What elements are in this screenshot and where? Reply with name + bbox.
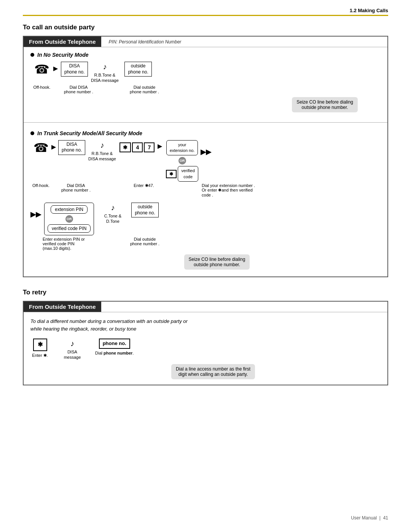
rbtone-label-1: R.B.Tone &DISA message [91,72,119,83]
key-4: 4 [132,142,143,152]
pin-entry-label: Enter extension PIN orverified code PIN(… [43,237,96,251]
no-sec-offhook-col: ☎ [30,62,53,78]
double-arrow-1: ▶▶ [201,140,211,156]
no-sec-outside-col: outside phone no. [124,62,151,77]
outside-box-2: outsidephone no. [131,203,158,217]
section2-inner: To dial a different number during a conv… [24,312,387,385]
rbtone-label-2: R.B.Tone &DISA message [88,151,116,162]
retry-star-col: ✱ Enter ✱. [30,339,49,358]
trunk-tone-col: ♪ R.B.Tone &DISA message [87,140,117,162]
retry-disa-col: ♪ DISAmessage [61,339,84,360]
bullet-dot-2 [30,131,34,135]
footer-text: User Manual [351,515,377,521]
ext-or-verified-group: yourextension no. OR ✱ verifiedcode [166,140,198,182]
footer-page: 41 [383,515,388,521]
section1: To call an outside party From Outside Te… [23,24,388,277]
section1-box: From Outside Telephone PIN: Personal Ide… [23,36,388,277]
offhook-label-1: Off-hook. [30,85,53,89]
phone-icon-2: ☎ [33,140,49,156]
trunk-outside-col: outsidephone no. [131,203,158,217]
no-sec-tone-col: ♪ R.B.Tone &DISA message [89,62,120,83]
trunk-disa-col: DISAphone no. [58,140,85,155]
ext-dial-label: Dial your extension number .Or enter ✱an… [202,183,255,197]
trunk-security-section: In Trunk Security Mode/All Security Mode… [24,126,387,277]
no-security-section: In No Security Mode ☎ ▶ DISA [24,47,387,119]
no-sec-disa-col: DISA phone no. [61,62,88,77]
retry-dial-label: Dial phone number. [95,350,134,356]
page-footer: User Manual | 41 [351,515,388,521]
header-title: 1.2 Making Calls [350,8,388,13]
section1-box-header: From Outside Telephone [24,37,101,47]
section2-box: From Outside Telephone To dial a differe… [23,301,388,385]
section1-heading: To call an outside party [23,24,388,31]
divider-1 [24,122,387,123]
key-7: 7 [144,142,155,152]
arrow3: ▶ [158,140,162,150]
trunk-security-label: In Trunk Security Mode/All Security Mode [30,130,381,136]
retry-star-key: ✱ [33,339,47,351]
key-star-2: ✱ [166,170,177,178]
extension-pin-box: extension PIN [51,205,88,214]
double-arrow-2: ▶▶ [30,203,41,219]
outside-label-1: Dial outsidephone number . [130,85,159,94]
trunk-outside-label: Dial outsidephone number . [130,237,159,246]
section2-heading: To retry [23,289,388,296]
section2: To retry From Outside Telephone To dial … [23,289,388,385]
music-note-1: ♪ [103,62,107,72]
verified-code-pin-box: verified code PIN [48,224,91,233]
retry-star-label: Enter ✱. [32,353,48,358]
co-callout-2: Seize CO line before dialingoutside phon… [184,254,250,270]
retry-phoneno-col: phone no. Dial phone number. [95,339,134,356]
ctone-label: C.Tone &D.Tone [104,213,121,224]
key-star-1: ✱ [119,142,131,152]
disa-box-2: DISAphone no. [58,140,85,155]
verified-code-box: verifiedcode [178,166,198,182]
header-bar: 1.2 Making Calls [23,8,388,16]
no-security-label: In No Security Mode [30,52,381,58]
outside-box-1: outside phone no. [124,62,151,77]
pin-or-group: extension PIN OR verified code PIN [44,203,94,235]
bullet-dot [30,53,34,57]
arrow1: ▶ [53,62,58,72]
pin-note: PIN: Personal Identification Number [109,37,182,46]
phone-no-box: phone no. [99,339,130,349]
or-badge-1: OR [178,157,186,165]
section2-box-header: From Outside Telephone [24,302,101,312]
trunk-offhook-label: Off-hook. [30,183,51,188]
section1-header-row: From Outside Telephone PIN: Personal Ide… [24,37,387,47]
or-badge-2: OR [65,215,73,223]
ctone-col: ♪ C.Tone &D.Tone [99,203,126,224]
section2-header-row: From Outside Telephone [24,302,387,312]
star-verified-row: ✱ verifiedcode [166,166,198,182]
trunk-offhook-col: ☎ [30,140,51,156]
disa-label-1: Dial DISAphone number . [64,85,93,94]
page-container: 1.2 Making Calls To call an outside part… [0,0,411,532]
arrow2: ▶ [51,140,56,150]
star47-group: ✱ 4 7 [119,140,155,152]
retry-italic-desc: To dial a different number during a conv… [30,318,381,332]
star47-label: Enter ✱47. [125,183,163,188]
retry-callout: Dial a line access number as the firstdi… [171,364,255,379]
ext-no-box: yourextension no. [166,140,198,156]
or-row: OR [178,157,186,165]
disa-box-1: DISA phone no. [61,62,88,77]
retry-disa-label: DISAmessage [64,349,81,360]
phone-icon-1: ☎ [34,62,49,78]
co-callout-1: Seize CO line before dialingoutside phon… [292,97,358,112]
trunk-disa-label: Dial DISAphone number . [61,183,91,192]
